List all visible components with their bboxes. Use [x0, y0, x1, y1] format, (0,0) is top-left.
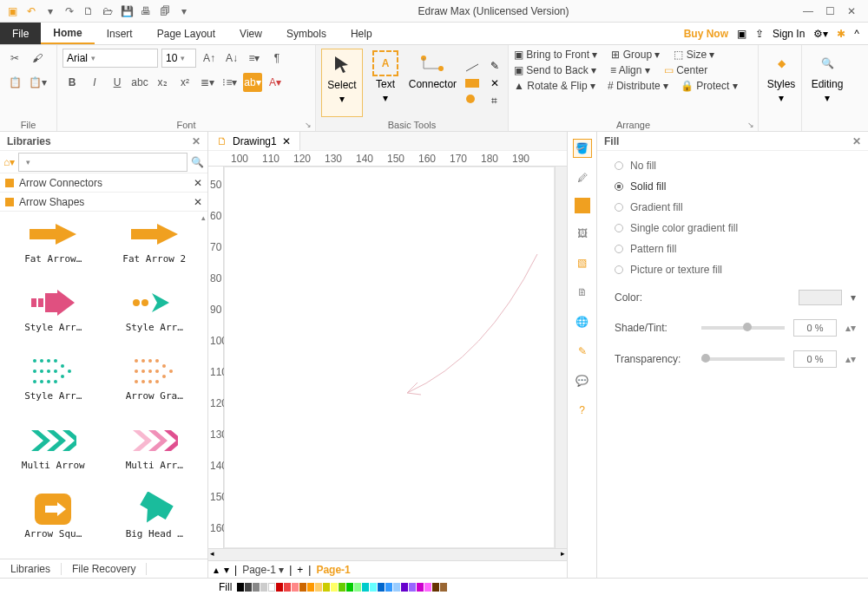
close-tab-icon[interactable]: ✕ — [282, 135, 291, 147]
home-icon[interactable]: ⌂▾ — [3, 156, 15, 168]
color-dropdown-icon[interactable]: ▾ — [851, 291, 856, 304]
text-tool-button[interactable]: A Text▾ — [365, 49, 406, 117]
radio-pattern-fill[interactable]: Pattern fill — [615, 243, 856, 255]
spin-arrows-icon[interactable]: ▴▾ — [845, 353, 856, 365]
subscript-button[interactable]: x₂ — [153, 73, 172, 92]
shape-arrow-square[interactable]: Arrow Squ… — [5, 492, 102, 553]
tab-libraries[interactable]: Libraries — [0, 563, 62, 575]
delete-shape-icon[interactable]: ✕ — [490, 77, 499, 89]
page-combo[interactable]: Page-1 ▾ — [242, 564, 284, 576]
rotate-flip-button[interactable]: ▲ Rotate & Flip ▾ — [514, 80, 595, 92]
font-size-combo[interactable]: 10▾ — [161, 49, 196, 68]
bring-to-front-button[interactable]: ▣ Bring to Front ▾ — [514, 49, 597, 61]
export-icon[interactable]: 🗐 — [158, 4, 172, 18]
shade-slider[interactable] — [701, 326, 785, 330]
radio-no-fill[interactable]: No fill — [615, 160, 856, 172]
shape-big-head[interactable]: Big Head … — [107, 492, 203, 553]
font-dialog-launcher[interactable]: ↘ — [305, 121, 312, 129]
help-tool-icon[interactable]: ? — [573, 401, 592, 420]
library-section-shapes[interactable]: Arrow Shapes✕ — [0, 193, 207, 212]
gear-icon[interactable]: ⚙▾ — [813, 28, 828, 40]
drawing-canvas[interactable] — [224, 167, 555, 548]
new-icon[interactable]: 🗋 — [82, 4, 95, 18]
close-fill-panel-icon[interactable]: ✕ — [852, 135, 861, 147]
tab-view[interactable]: View — [227, 23, 274, 44]
layer-tool-icon[interactable]: ▧ — [573, 253, 592, 272]
color-well[interactable] — [799, 290, 842, 305]
radio-gradient-fill[interactable]: Gradient fill — [615, 201, 856, 213]
line-spacing-icon[interactable]: ≡▾ — [245, 49, 264, 68]
line-tool-icon[interactable]: 🖉 — [573, 168, 592, 187]
superscript-button[interactable]: x² — [175, 73, 194, 92]
grow-font-icon[interactable]: A↑ — [200, 49, 219, 68]
color-swatches[interactable] — [237, 583, 447, 592]
arrange-dialog-launcher[interactable]: ↘ — [747, 121, 754, 129]
active-page-tab[interactable]: Page-1 — [316, 564, 350, 576]
tab-insert[interactable]: Insert — [95, 23, 145, 44]
font-name-combo[interactable]: Arial▾ — [62, 49, 158, 68]
page-tool-icon[interactable]: 🗎 — [573, 283, 592, 302]
radio-single-gradient-fill[interactable]: Single color gradient fill — [615, 222, 856, 234]
shape-tool-icon[interactable] — [575, 198, 590, 213]
transparency-value[interactable]: 0 % — [793, 350, 837, 368]
center-button[interactable]: ▭ Center — [664, 64, 707, 76]
buy-now-link[interactable]: Buy Now — [684, 28, 728, 40]
send-to-back-button[interactable]: ▣ Send to Back ▾ — [514, 64, 596, 76]
shape-fat-arrow-2[interactable]: Fat Arrow 2 — [107, 217, 203, 278]
paste-icon[interactable]: 📋▾ — [28, 73, 47, 92]
tab-page-layout[interactable]: Page Layout — [145, 23, 227, 44]
sign-in-link[interactable]: Sign In — [773, 28, 805, 40]
undo-icon[interactable]: ↶ — [24, 4, 38, 18]
shade-value[interactable]: 0 % — [793, 319, 837, 337]
shape-arrow-gradient[interactable]: Arrow Gra… — [107, 354, 203, 415]
minimize-icon[interactable]: — — [803, 5, 813, 17]
library-search-input[interactable]: ▾ — [18, 153, 187, 172]
maximize-icon[interactable]: ☐ — [825, 5, 835, 17]
group-button[interactable]: ⊞ Group ▾ — [611, 49, 660, 61]
pencil-icon[interactable]: ✎ — [490, 60, 499, 72]
export-icon[interactable]: ▣ — [737, 28, 746, 40]
save-icon[interactable]: 💾 — [120, 4, 134, 18]
page-up-icon[interactable]: ▴ — [214, 564, 219, 576]
tab-help[interactable]: Help — [339, 23, 385, 44]
tab-file-recovery[interactable]: File Recovery — [62, 563, 147, 575]
align-button[interactable]: ≡ Align ▾ — [610, 64, 650, 76]
format-painter-icon[interactable]: 🖌 — [28, 49, 47, 68]
styles-button[interactable]: ◆ Styles▾ — [764, 49, 799, 104]
redo-icon[interactable]: ↷ — [62, 4, 76, 18]
protect-button[interactable]: 🔒 Protect ▾ — [681, 80, 738, 92]
share-icon[interactable]: ⇪ — [755, 28, 764, 40]
font-color-icon[interactable]: A▾ — [266, 73, 285, 92]
web-tool-icon[interactable]: 🌐 — [573, 312, 592, 331]
doc-tab-drawing1[interactable]: 🗋Drawing1✕ — [208, 132, 300, 150]
distribute-button[interactable]: # Distribute ▾ — [608, 80, 668, 92]
shape-style-arrow-1[interactable]: Style Arr… — [5, 285, 102, 347]
bullets-icon[interactable]: ≣▾ — [198, 73, 217, 92]
library-section-connectors[interactable]: Arrow Connectors✕ — [0, 173, 207, 193]
print-icon[interactable]: 🖶 — [139, 4, 153, 18]
underline-button[interactable]: U — [108, 73, 127, 92]
radio-solid-fill[interactable]: Solid fill — [615, 180, 856, 193]
transparency-slider[interactable] — [701, 357, 785, 361]
fill-tool-icon[interactable]: 🪣 — [573, 139, 592, 158]
copy-icon[interactable]: 📋 — [5, 73, 24, 92]
shape-style-arrow-2[interactable]: Style Arr… — [107, 285, 203, 347]
editing-button[interactable]: 🔍 Editing▾ — [807, 49, 847, 104]
radio-picture-fill[interactable]: Picture or texture fill — [615, 264, 856, 276]
select-tool-button[interactable]: Select▾ — [321, 49, 363, 117]
dropdown-icon[interactable]: ▾ — [43, 4, 57, 18]
close-section-icon[interactable]: ✕ — [194, 177, 202, 189]
tab-file[interactable]: File — [0, 23, 41, 44]
shape-multi-arrow-1[interactable]: Multi Arrow — [5, 423, 102, 485]
scroll-up-icon[interactable]: ▴ — [201, 213, 206, 222]
circle-shape-icon[interactable] — [464, 94, 480, 104]
crop-icon[interactable]: ⌗ — [491, 95, 497, 107]
paragraph-icon[interactable]: ¶ — [267, 49, 286, 68]
cut-icon[interactable]: ✂ — [5, 49, 24, 68]
shrink-font-icon[interactable]: A↓ — [222, 49, 241, 68]
shape-multi-arrow-2[interactable]: Multi Arr… — [107, 423, 203, 485]
tab-home[interactable]: Home — [41, 23, 94, 44]
collapse-ribbon-icon[interactable]: ^ — [854, 28, 859, 40]
line-shape-icon[interactable] — [464, 62, 480, 73]
rect-shape-icon[interactable] — [464, 78, 480, 88]
